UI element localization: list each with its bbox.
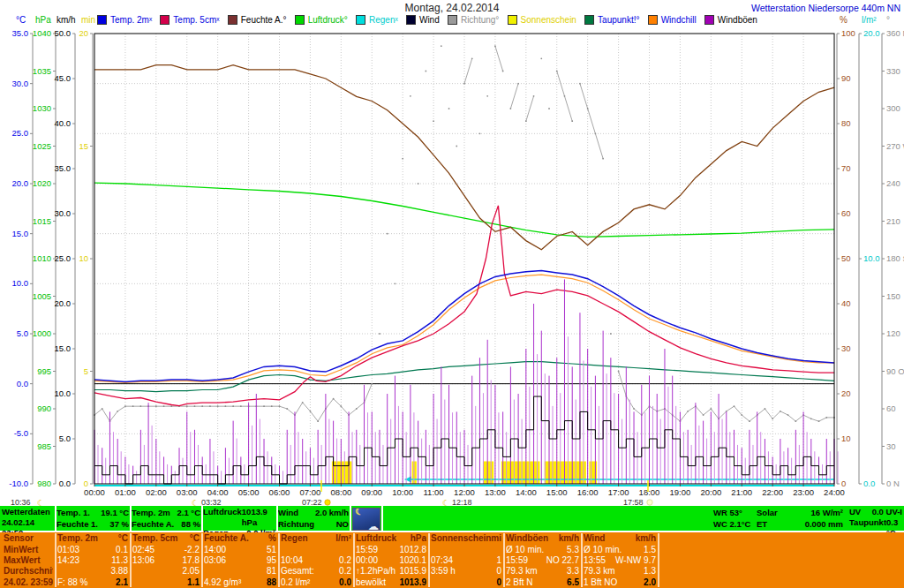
status-line: Wetterdaten	[2, 507, 53, 517]
cell-note: 2 Bft N	[506, 577, 533, 587]
axis-tick-label: 1010	[33, 253, 51, 263]
axis-tick-label: 10	[841, 433, 851, 443]
direction-segment	[772, 411, 780, 419]
direction-dot	[479, 132, 481, 134]
axis-tick-label: 05:00	[238, 487, 260, 497]
status-line: Feuchte A.88 %	[132, 519, 200, 530]
direction-segment	[757, 409, 765, 415]
cell-value: -2.2	[185, 545, 200, 554]
status-line: Luftdruck1013.9 hPa	[203, 507, 275, 528]
cell-note: 4.92 g/m³	[204, 577, 241, 587]
status-line: Wind2.0 km/h	[278, 508, 349, 518]
axis-right-2: °360 N330300270 W240210180 S15012090 O60…	[882, 15, 904, 488]
table-divider	[658, 533, 659, 587]
table-row-label: MaxWert	[4, 554, 53, 565]
table-divider	[581, 533, 583, 587]
axis-tick-label: 20:00	[700, 487, 721, 497]
direction-segment	[595, 133, 603, 158]
axis-tick-label: 02:00	[146, 487, 167, 497]
cell-value: 0.1	[116, 545, 128, 554]
axis-tick-label: 20.0	[863, 28, 880, 38]
axis-tick-label: 80	[841, 118, 851, 128]
direction-dot	[410, 95, 411, 97]
cell-note: Gesamt:	[281, 566, 314, 576]
cell-value: 2.1	[116, 577, 128, 587]
table-cell: 81	[204, 565, 276, 576]
axis-tick-label: 60	[841, 208, 851, 218]
sunshine-block	[483, 462, 493, 485]
column-title: Windböen	[506, 533, 548, 543]
column-title: Luftdruck	[356, 533, 396, 543]
cell-note: 14:23	[57, 555, 79, 565]
cell-value: 51	[267, 545, 276, 554]
direction-segment	[295, 403, 303, 415]
cell-value: NO 22.7	[546, 555, 579, 565]
table-cell: bewölkt1013.9	[356, 576, 426, 588]
column-title: Sonnenschein	[431, 533, 491, 543]
status-key: Solar	[757, 508, 778, 518]
cell-value: 0.2	[339, 555, 351, 565]
table-column-temp-5cm: Temp. 5cm°C02:45-2.213:0617.82.051.1	[132, 532, 200, 588]
direction-segment	[734, 406, 742, 415]
table-header-cell: Sonnenscheinmin	[431, 532, 501, 544]
axis-left-hPa: hPa1040103510301025102010151010100510009…	[33, 15, 56, 488]
direction-segment	[564, 96, 572, 121]
direction-segment	[803, 415, 811, 418]
table-column-wind: Windkm/hØ 10 min.1.513:55W-NW 9.779.3 km…	[584, 532, 656, 588]
cell-note: 01:03	[57, 545, 79, 554]
axis-right-1: l/m²20.010.00.0	[859, 15, 880, 488]
direction-segment	[819, 418, 827, 421]
column-unit: %	[268, 533, 276, 543]
axis-tick-label: 10.0	[12, 278, 29, 288]
status-key: Temp. 1.	[56, 508, 90, 518]
cell-note: 13:06	[132, 555, 154, 565]
cell-value: 81	[267, 566, 276, 576]
axis-unit-label: °C	[16, 15, 26, 25]
direction-segment	[117, 406, 125, 411]
axis-tick-label: 20	[841, 388, 851, 398]
direction-segment	[287, 409, 295, 415]
cell-note: ↑1.2hPa/h	[356, 566, 396, 576]
cell-value: 1.1	[187, 577, 200, 587]
status-value: NO	[336, 519, 349, 530]
axis-tick-label: 10	[79, 253, 88, 263]
cell-note: Ø 10 min.	[506, 545, 544, 554]
axis-tick-label: 70	[841, 163, 851, 173]
table-row-label: Durchschnitt	[4, 565, 53, 576]
table-cell: 79.3 km3.3	[506, 565, 579, 576]
axis-tick-label: 40.0	[55, 118, 72, 128]
direction-segment	[795, 415, 803, 421]
direction-segment	[94, 409, 102, 415]
direction-segment	[588, 109, 596, 133]
status-right-cell-0: WR 53°WC 2.1°C	[713, 507, 757, 530]
axis-tick-label: 06:00	[269, 487, 290, 497]
axis-tick-label: 120	[886, 328, 900, 338]
status-line: UV0.0 UV-I	[849, 507, 902, 517]
table-cell: 2.05	[132, 565, 200, 576]
table-divider	[278, 533, 280, 587]
axis-tick-label: 13:00	[485, 487, 506, 497]
table-cell: 79.3 km1.3	[584, 565, 656, 576]
status-value: 2.1 °C	[177, 508, 200, 518]
axis-tick-label: 15	[79, 141, 88, 151]
status-key: Feuchte 1.	[56, 519, 98, 530]
table-cell: 15:59NO 22.7	[506, 554, 579, 565]
direction-segment	[365, 384, 373, 403]
axis-tick-label: 30.0	[12, 79, 29, 88]
axis-tick-label: 270 W	[886, 141, 904, 151]
axis-tick-label: 19:00	[670, 487, 691, 497]
direction-dot	[448, 108, 450, 109]
table-cell: Ø 10 min.5.3	[506, 544, 579, 554]
cell-note: 79.3 km	[506, 566, 538, 576]
axis-tick-label: 60	[886, 403, 896, 413]
table-cell	[281, 544, 351, 554]
direction-segment	[680, 411, 688, 421]
status-key: Temp. 2m	[132, 508, 170, 518]
axis-tick-label: 22:00	[762, 487, 783, 497]
column-title: Wind	[584, 533, 605, 543]
sensor-summary-table: SensorMinWertMaxWertDurchschnitt24.02. 2…	[0, 532, 904, 588]
cell-value: 88	[267, 577, 276, 587]
table-header-cell: Regenl/m²	[281, 532, 351, 544]
cell-note: 0.2 l/m²	[281, 577, 310, 587]
cell-value: W-NW 9.7	[615, 555, 656, 565]
